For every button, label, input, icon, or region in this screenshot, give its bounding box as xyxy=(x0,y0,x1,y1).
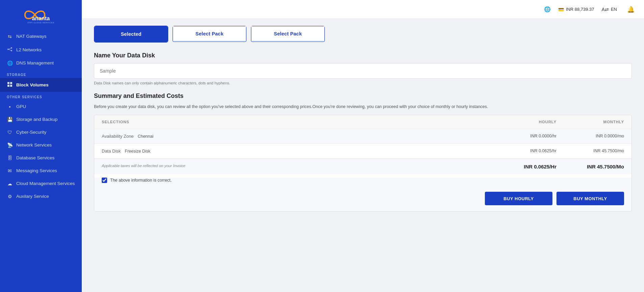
wallet-icon: 💳 xyxy=(558,7,564,12)
globe-item[interactable]: 🌐 xyxy=(544,6,551,12)
sidebar-label-l2: L2 Networks xyxy=(16,47,42,52)
summary-title: Summary and Estimated Costs xyxy=(94,92,632,100)
translate-icon: A⇄ xyxy=(602,7,609,12)
disk-label: Data Disk xyxy=(102,149,121,154)
tax-note: Applicable taxes will be reflected on yo… xyxy=(102,164,489,169)
sidebar-label-gpu: GPU xyxy=(16,104,26,109)
sidebar-item-nat-gateways[interactable]: ⇆ NAT Gateways xyxy=(0,30,82,43)
storage-section-label: STORAGE xyxy=(0,70,82,78)
sidebar-item-block-volumes[interactable]: Block Volumes xyxy=(0,78,82,92)
disk-monthly: INR 45.7500/mo xyxy=(556,149,624,154)
buy-monthly-button[interactable]: BUY MONTHLY xyxy=(556,192,624,205)
sidebar-item-cyber-security[interactable]: 🛡 Cyber-Security xyxy=(0,126,82,139)
disk-value: Freesize Disk xyxy=(125,149,150,154)
sidebar-item-auxilary[interactable]: ⚙ Auxilary Service xyxy=(0,190,82,203)
buy-hourly-button[interactable]: BUY HOURLY xyxy=(485,192,552,205)
currency-value: INR 88,739.37 xyxy=(566,7,594,12)
network-services-icon: 📡 xyxy=(7,142,13,148)
svg-rect-7 xyxy=(7,82,9,84)
total-monthly: INR 45.7500/Mo xyxy=(556,164,624,169)
sidebar-item-network-services[interactable]: 📡 Network Services xyxy=(0,139,82,152)
gpu-icon: ▪ xyxy=(7,104,13,109)
content-area: Selected Select Pack Select Pack Name Yo… xyxy=(82,19,644,292)
sidebar-label-storage-backup: Storage and Backup xyxy=(16,117,57,122)
disk-name-hint: Data Disk names can only contain alphanu… xyxy=(94,81,632,85)
currency-item[interactable]: 💳 INR 88,739.37 xyxy=(558,7,594,12)
sidebar-label-dns: DNS Management xyxy=(16,60,54,65)
sidebar-label-cloud-mgmt: Cloud Management Services xyxy=(16,181,75,186)
sidebar-label-nat: NAT Gateways xyxy=(16,34,47,39)
sidebar-item-l2-networks[interactable]: L2 Networks xyxy=(0,43,82,57)
summary-header-row: SELECTIONS HOURLY MONTHLY xyxy=(94,115,631,129)
storage-backup-icon: 💾 xyxy=(7,117,13,122)
svg-rect-9 xyxy=(7,85,9,87)
summary-description: Before you create your data disk, you ca… xyxy=(94,104,632,110)
logo-area: ananta STPI CLOUD SERVICES xyxy=(0,0,82,30)
l2-icon xyxy=(7,47,13,53)
col-selections-header: SELECTIONS xyxy=(102,120,489,124)
svg-rect-8 xyxy=(10,82,12,84)
svg-point-3 xyxy=(11,47,12,49)
sidebar-label-messaging-services: Messaging Services xyxy=(16,168,57,173)
summary-table: SELECTIONS HOURLY MONTHLY Availability Z… xyxy=(94,115,632,212)
svg-point-4 xyxy=(11,50,12,51)
sidebar-item-gpu[interactable]: ▪ GPU xyxy=(0,100,82,113)
sidebar-item-storage-backup[interactable]: 💾 Storage and Backup xyxy=(0,113,82,126)
main-area: 🌐 💳 INR 88,739.37 A⇄ EN 🔔 Selected Selec… xyxy=(82,0,644,292)
svg-line-6 xyxy=(9,49,11,51)
table-row: Data Disk Freesize Disk INR 0.0625/hr IN… xyxy=(94,144,631,159)
confirmation-row: The above information is correct. xyxy=(94,178,631,188)
pack-3-button[interactable]: Select Pack xyxy=(251,26,325,42)
az-value: Chennai xyxy=(138,134,153,139)
table-row: Availability Zone Chennai INR 0.0000/hr … xyxy=(94,129,631,144)
col-hourly-header: HOURLY xyxy=(489,120,556,124)
pack-card-selected: Selected xyxy=(94,26,168,43)
disk-name-title: Name Your Data Disk xyxy=(94,52,632,59)
svg-rect-10 xyxy=(10,85,12,87)
sidebar-item-cloud-mgmt[interactable]: ☁ Cloud Management Services xyxy=(0,177,82,190)
sidebar-item-dns[interactable]: 🌐 DNS Management xyxy=(0,57,82,70)
nat-icon: ⇆ xyxy=(7,34,13,39)
pack-selection-row: Selected Select Pack Select Pack xyxy=(94,19,632,49)
az-label: Availability Zone xyxy=(102,134,133,139)
az-monthly: INR 0.0000/mo xyxy=(556,134,624,139)
cyber-security-icon: 🛡 xyxy=(7,130,13,135)
sidebar-label-database-services: Database Services xyxy=(16,155,54,160)
summary-section: Summary and Estimated Costs Before you c… xyxy=(94,92,632,212)
svg-text:ananta: ananta xyxy=(32,15,50,21)
auxilary-icon: ⚙ xyxy=(7,194,13,199)
svg-text:STPI CLOUD SERVICES: STPI CLOUD SERVICES xyxy=(27,22,54,24)
sidebar: ananta STPI CLOUD SERVICES ⇆ NAT Gateway… xyxy=(0,0,82,292)
buy-buttons-row: BUY HOURLY BUY MONTHLY xyxy=(94,188,631,211)
sidebar-label-block-volumes: Block Volumes xyxy=(16,82,49,87)
sidebar-label-auxilary: Auxilary Service xyxy=(16,194,49,199)
disk-name-input[interactable] xyxy=(94,63,632,79)
messaging-services-icon: ✉ xyxy=(7,168,13,174)
totals-row: Applicable taxes will be reflected on yo… xyxy=(94,159,631,174)
confirmation-label: The above information is correct. xyxy=(110,178,172,183)
notification-bell-icon[interactable]: 🔔 xyxy=(627,6,635,13)
confirmation-checkbox[interactable] xyxy=(102,178,107,183)
header: 🌐 💳 INR 88,739.37 A⇄ EN 🔔 xyxy=(82,0,644,19)
pack-card-3: Select Pack xyxy=(251,26,325,43)
other-services-label: OTHER SERVICES xyxy=(0,92,82,100)
sidebar-item-messaging-services[interactable]: ✉ Messaging Services xyxy=(0,164,82,177)
disk-hourly: INR 0.0625/hr xyxy=(489,149,556,154)
database-services-icon: 🗄 xyxy=(7,155,13,161)
pack-2-button[interactable]: Select Pack xyxy=(173,26,246,42)
svg-line-5 xyxy=(9,48,11,49)
cloud-mgmt-icon: ☁ xyxy=(7,181,13,186)
globe-icon: 🌐 xyxy=(544,6,551,12)
language-label: EN xyxy=(611,7,617,12)
sidebar-label-network-services: Network Services xyxy=(16,142,52,148)
svg-point-2 xyxy=(7,49,9,50)
total-hourly: INR 0.0625/Hr xyxy=(489,164,556,169)
pack-card-2: Select Pack xyxy=(172,26,247,43)
block-volumes-icon xyxy=(7,82,13,88)
col-monthly-header: MONTHLY xyxy=(556,120,624,124)
sidebar-item-database-services[interactable]: 🗄 Database Services xyxy=(0,152,82,164)
pack-selected-button[interactable]: Selected xyxy=(95,26,168,42)
sidebar-label-cyber-security: Cyber-Security xyxy=(16,130,46,135)
language-item[interactable]: A⇄ EN xyxy=(602,7,617,12)
dns-icon: 🌐 xyxy=(7,60,13,66)
